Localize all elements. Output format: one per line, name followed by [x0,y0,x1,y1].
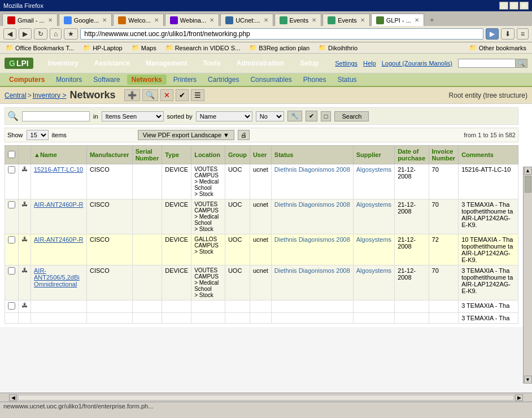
go-btn[interactable]: ▶ [486,28,499,40]
row-name-link[interactable]: AIR-ANT2460P-R [34,236,83,243]
tab-ucnet[interactable]: UCnet:... ✕ [220,14,273,26]
global-search-box[interactable]: 🔍 [458,59,527,68]
list-btn[interactable]: ☰ [191,89,204,101]
h-scroll-right-btn[interactable]: ▶ [515,394,523,401]
row-supplier-cell: Algosystems [353,164,394,199]
row-name-link[interactable]: AIR-ANT2506/5,2dBi Omnidirectional [34,267,80,288]
col-comments[interactable]: Comments [459,146,518,164]
subnav-status[interactable]: Status [333,75,361,85]
filter-scope-select[interactable]: Items Seen [102,111,164,121]
delete-btn[interactable]: ✕ [160,89,173,101]
row-name-link[interactable]: 15216-ATT-LC-10 [34,166,83,173]
col-location[interactable]: Location [191,146,225,164]
pdf-export-btn[interactable]: View PDF export Landscape ▼ [138,130,234,140]
tab-glpi[interactable]: GLPI - ... ✕ [371,14,424,26]
col-manufacturer[interactable]: Manufacturer [86,146,132,164]
scroll-up-btn[interactable]: ▲ [524,167,532,175]
breadcrumb-central[interactable]: Central [5,92,27,99]
row-checkbox[interactable] [8,267,15,275]
col-supplier[interactable]: Supplier [353,146,394,164]
tab-events2[interactable]: Events ✕ [322,14,370,26]
bookmark-maps[interactable]: 📁 Maps [129,43,159,52]
row-checkbox[interactable] [8,302,15,310]
subnav-computers[interactable]: Computers [5,75,49,85]
nav-assistance[interactable]: Assistance [86,56,138,71]
checkmark-btn[interactable]: ✔ [306,111,317,121]
col-name[interactable]: ▲Name [31,146,87,164]
show-count-select[interactable]: 15 [27,130,49,140]
forward-btn[interactable]: ▶ [19,28,32,40]
nav-management[interactable]: Management [138,56,195,71]
subnav-software[interactable]: Software [89,75,124,85]
subnav-monitors[interactable]: Monitors [51,75,86,85]
uncheck-btn[interactable]: □ [321,111,332,121]
row-checkbox[interactable] [8,201,15,208]
col-type[interactable]: Type [162,146,191,164]
maximize-btn[interactable]: □ [509,2,518,10]
right-scrollbar[interactable]: ▲ ▼ [523,167,532,384]
nav-tools[interactable]: Tools [195,56,228,71]
col-date[interactable]: Date ofpurchase [395,146,429,164]
global-search-input[interactable] [459,59,515,67]
nav-inventory[interactable]: Inventory [40,56,86,71]
nav-setup[interactable]: Setup [292,56,326,71]
subnav-consumables[interactable]: Consumables [246,75,296,85]
select-all-checkbox[interactable] [8,151,15,158]
subnav-cartridges[interactable]: Cartridges [203,75,243,85]
h-scrollbar[interactable]: ◀ ▶ [0,393,532,402]
subnav-printers[interactable]: Printers [169,75,201,85]
table-row: 🖧AIR-ANT2460P-RCISCODEVICEGALLOS CAMPUS … [5,234,518,265]
row-name-link[interactable]: AIR-ANT2460P-R [34,201,83,208]
row-checkbox[interactable] [8,236,15,243]
tab-events1[interactable]: Events ✕ [274,14,322,26]
menu-btn[interactable]: ≡ [517,28,529,40]
col-status[interactable]: Status [271,146,353,164]
downloads-btn[interactable]: ⬇ [501,28,514,40]
bookmark-office[interactable]: 📁 Office Bookmarks T... [3,43,76,52]
row-cell [353,313,394,324]
settings-link[interactable]: Settings [335,60,357,67]
global-search-btn[interactable]: 🔍 [515,59,527,67]
scroll-thumb[interactable] [525,176,531,193]
bookmark-research[interactable]: 📁 Research in VIDEO S... [163,43,243,52]
minimize-btn[interactable]: _ [499,2,508,10]
search-button[interactable]: Search [334,111,369,121]
col-invoice[interactable]: InvoiceNumber [429,146,459,164]
filter-text-input[interactable] [22,111,90,121]
col-user[interactable]: User [250,146,271,164]
subnav-networks[interactable]: Networks [127,75,167,85]
bookmark-b3reg[interactable]: 📁 B3Reg action plan [247,43,312,52]
pdf-icon-btn[interactable]: 🖨 [238,130,250,140]
row-checkbox[interactable] [8,166,15,173]
close-btn[interactable]: ✕ [520,2,529,10]
search-quick-btn[interactable]: 🔍 [142,89,158,101]
tab-webina[interactable]: Webina... ✕ [165,14,219,26]
h-scroll-left-btn[interactable]: ◀ [9,394,17,401]
back-btn[interactable]: ◀ [3,28,16,40]
bookmark-hp[interactable]: 📁 HP-Laptop [81,43,125,52]
logout-link[interactable]: Logout (Zouraris Manolis) [382,60,452,67]
tab-google[interactable]: Google... ✕ [59,14,112,26]
tab-gmail[interactable]: Gmail - ... ✕ [2,14,58,26]
bookmark-dikoihthrio[interactable]: 📁 Dikoihthrio [316,43,360,52]
address-bar[interactable] [80,28,483,40]
sort-select[interactable]: Name [196,111,252,121]
home-btn[interactable]: ⌂ [50,28,62,40]
col-group[interactable]: Group [225,146,250,164]
subnav-phones[interactable]: Phones [299,75,331,85]
add-btn[interactable]: ➕ [124,89,140,101]
breadcrumb-inventory[interactable]: Inventory > [33,92,67,99]
nav-administration[interactable]: Administration [229,56,293,71]
new-tab-btn[interactable]: + [425,14,439,26]
scroll-down-btn[interactable]: ▼ [524,376,532,384]
check-btn[interactable]: ✔ [176,89,189,101]
window-controls[interactable]: _ □ ✕ [499,2,529,10]
help-link[interactable]: Help [363,60,376,67]
reload-btn[interactable]: ↻ [34,28,47,40]
no-select[interactable]: No [256,111,284,121]
bookmark-other[interactable]: 📁 Other bookmarks [467,43,529,52]
tab-welco[interactable]: Welco... ✕ [113,14,164,26]
wrench-btn[interactable]: 🔧 [287,111,302,121]
col-serial[interactable]: SerialNumber [132,146,162,164]
bookmark-star-btn[interactable]: ★ [64,28,78,40]
